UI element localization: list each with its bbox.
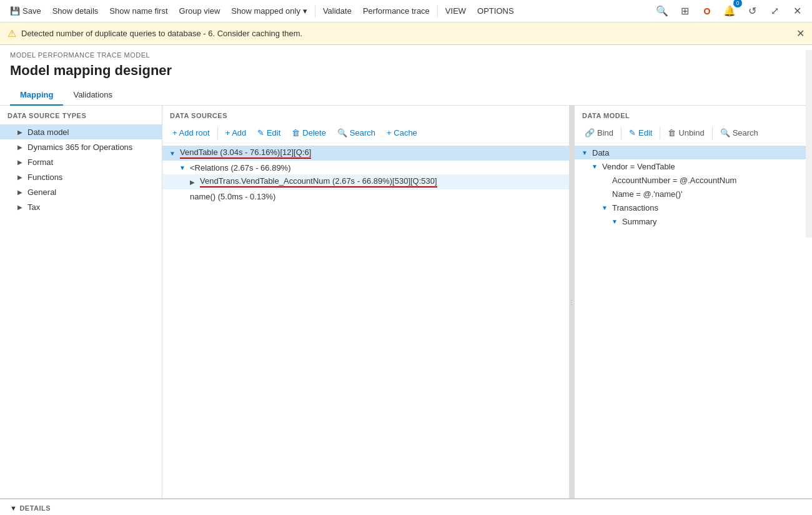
- dm-edit-button[interactable]: ✎ Edit: [624, 126, 657, 140]
- warning-close-button[interactable]: ✕: [796, 28, 805, 39]
- dm-item-label: Transactions: [612, 203, 658, 212]
- expand-arrow-icon: ▶: [15, 187, 25, 197]
- badge-count: 0: [733, 0, 742, 8]
- dm-search-icon: 🔍: [720, 128, 730, 138]
- datasources-panel: DATA SOURCES + Add root + Add ✎ Edit 🗑 D…: [162, 106, 575, 498]
- datasource-types-panel: DATA SOURCE TYPES ▶ Data model ▶ Dynamic…: [0, 106, 162, 498]
- type-item-label: Dynamics 365 for Operations: [27, 142, 132, 152]
- breadcrumb: MODEL PERFORMANCE TRACE MODEL: [0, 45, 812, 60]
- type-item-label: Data model: [27, 128, 69, 137]
- save-icon: 💾: [10, 6, 20, 16]
- maximize-button[interactable]: ⤢: [765, 1, 785, 21]
- unbind-button[interactable]: 🗑 Unbind: [663, 126, 709, 140]
- data-model-header: DATA MODEL: [575, 106, 812, 123]
- add-button[interactable]: + Add: [220, 126, 252, 140]
- ds-item-relations[interactable]: ▼ <Relations (2.67s - 66.89%): [162, 161, 574, 174]
- refresh-button[interactable]: ↺: [742, 1, 762, 21]
- tab-validations[interactable]: Validations: [63, 85, 122, 106]
- cache-label: + Cache: [387, 128, 417, 138]
- show-name-first-button[interactable]: Show name first: [104, 4, 172, 18]
- type-item-label: Tax: [27, 202, 40, 212]
- ds-item-name[interactable]: ▶ name() (5.0ms - 0.13%): [162, 189, 574, 203]
- grid-icon-button[interactable]: ⊞: [675, 1, 695, 21]
- group-view-button[interactable]: Group view: [174, 4, 225, 18]
- performance-trace-button[interactable]: Performance trace: [358, 4, 435, 18]
- details-header: ▼ DETAILS: [0, 499, 812, 514]
- dm-item-summary[interactable]: ▼ Summary: [575, 214, 812, 228]
- vendtrans-underline: VendTrans.VendTable_AccountNum (2.67s - …: [200, 176, 437, 188]
- type-item-data-model[interactable]: ▶ Data model: [0, 124, 162, 139]
- search-icon: 🔍: [337, 128, 347, 138]
- dm-edit-label: Edit: [638, 128, 652, 138]
- toolbar-divider: [217, 127, 218, 139]
- type-item-format[interactable]: ▶ Format: [0, 154, 162, 169]
- ds-item-vendtrans[interactable]: ▶ VendTrans.VendTable_AccountNum (2.67s …: [162, 174, 574, 189]
- warning-bar: ⚠ Detected number of duplicate queries t…: [0, 22, 812, 45]
- dm-search-button[interactable]: 🔍 Search: [715, 126, 763, 140]
- separator: [315, 5, 315, 18]
- drag-handle[interactable]: ⋮: [569, 106, 574, 498]
- dm-item-transactions[interactable]: ▼ Transactions: [575, 201, 812, 214]
- ds-item-label: <Relations (2.67s - 66.89%): [190, 163, 291, 172]
- bind-button[interactable]: 🔗 Bind: [580, 126, 618, 140]
- close-button[interactable]: ✕: [787, 1, 807, 21]
- search-ds-button[interactable]: 🔍 Search: [332, 126, 380, 140]
- datasources-toolbar: + Add root + Add ✎ Edit 🗑 Delete 🔍 Searc…: [162, 123, 574, 143]
- vendtable-underline: VendTable (3.04s - 76.16%)[12][Q:6]: [180, 148, 311, 159]
- expand-arrow-icon: ▶: [15, 127, 25, 137]
- expand-icon: ▼: [600, 202, 610, 212]
- dm-item-accountnumber[interactable]: ▶ AccountNumber = @.AccountNum: [575, 173, 812, 187]
- warning-message: Detected number of duplicate queries to …: [21, 29, 302, 38]
- expand-icon: ▼: [590, 161, 600, 171]
- search-label: Search: [350, 128, 375, 138]
- expand-collapse-icon: ▼: [177, 162, 187, 172]
- type-item-general[interactable]: ▶ General: [0, 184, 162, 199]
- datasource-types-header: DATA SOURCE TYPES: [0, 106, 162, 122]
- dm-tree: ▼ Data ▼ Vendor = VendTable ▶ AccountNum…: [575, 143, 812, 498]
- expand-arrow-icon: ▶: [15, 202, 25, 212]
- type-item-label: Format: [27, 158, 53, 167]
- type-item-functions[interactable]: ▶ Functions: [0, 169, 162, 184]
- unbind-label: Unbind: [678, 128, 704, 138]
- unbind-icon: 🗑: [668, 128, 676, 138]
- validate-button[interactable]: Validate: [318, 4, 357, 18]
- delete-label: Delete: [302, 128, 326, 138]
- details-section: ▼ DETAILS Performance statistics Find in…: [0, 498, 812, 515]
- warning-icon: ⚠: [7, 28, 16, 39]
- office-button[interactable]: O: [697, 1, 717, 21]
- dm-divider2: [660, 127, 660, 139]
- show-details-button[interactable]: Show details: [47, 4, 104, 18]
- delete-button[interactable]: 🗑 Delete: [287, 126, 331, 140]
- dm-item-name[interactable]: ▶ Name = @.'name()': [575, 187, 812, 201]
- type-item-tax[interactable]: ▶ Tax: [0, 199, 162, 214]
- add-root-button[interactable]: + Add root: [167, 126, 215, 140]
- delete-icon: 🗑: [292, 128, 300, 138]
- view-button[interactable]: VIEW: [440, 4, 471, 18]
- options-button[interactable]: OPTIONS: [472, 4, 519, 18]
- expand-arrow-icon: ▶: [15, 172, 25, 182]
- search-button[interactable]: 🔍: [652, 1, 672, 21]
- titlebar-right: 🔍 ⊞ O 🔔 0 ↺ ⤢ ✕: [652, 1, 807, 21]
- dm-divider3: [712, 127, 713, 139]
- tab-mapping[interactable]: Mapping: [10, 85, 63, 106]
- save-button[interactable]: 💾 Save: [5, 4, 46, 18]
- ds-item-label: name() (5.0ms - 0.13%): [190, 192, 275, 201]
- edit-button[interactable]: ✎ Edit: [252, 126, 285, 140]
- cache-button[interactable]: + Cache: [382, 126, 422, 140]
- dm-item-vendor[interactable]: ▼ Vendor = VendTable: [575, 159, 812, 173]
- collapse-icon[interactable]: ▼: [10, 504, 17, 512]
- expand-collapse-icon: ▼: [167, 148, 177, 158]
- dm-item-label: Data: [592, 148, 609, 158]
- dm-item-data[interactable]: ▼ Data: [575, 146, 812, 159]
- dm-divider: [621, 127, 621, 139]
- type-item-label: General: [27, 188, 56, 197]
- type-item-dynamics365[interactable]: ▶ Dynamics 365 for Operations: [0, 139, 162, 154]
- ds-item-vendtable[interactable]: ▼ VendTable (3.04s - 76.16%)[12][Q:6]: [162, 146, 574, 161]
- show-mapped-only-button[interactable]: Show mapped only ▾: [226, 4, 312, 18]
- notification-badge[interactable]: 🔔 0: [720, 1, 740, 21]
- dm-scrollbar[interactable]: [806, 106, 812, 238]
- details-title: DETAILS: [19, 504, 51, 512]
- datasource-types-tree: ▶ Data model ▶ Dynamics 365 for Operatio…: [0, 122, 162, 217]
- add-label: + Add: [225, 128, 247, 138]
- expand-icon: ▼: [580, 148, 590, 158]
